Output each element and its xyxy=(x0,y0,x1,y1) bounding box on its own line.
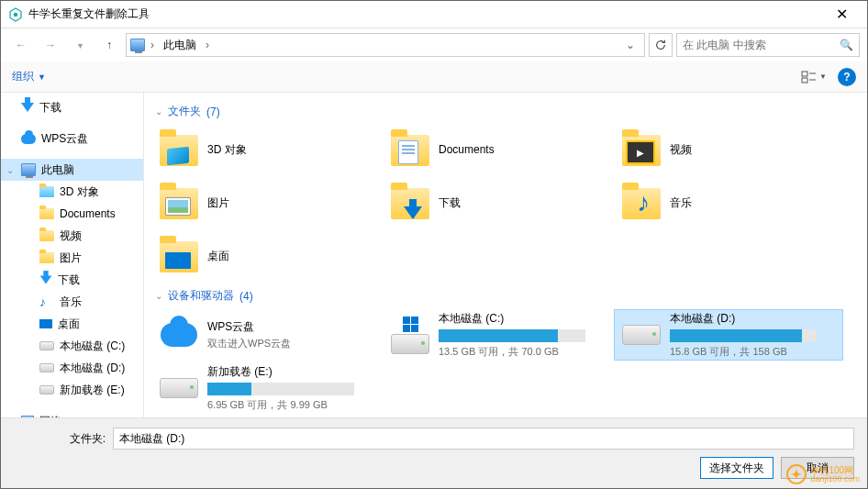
chevron-down-icon[interactable]: ⌄ xyxy=(6,165,14,175)
close-button[interactable]: ✕ xyxy=(823,2,860,28)
device-item-wps[interactable]: WPS云盘双击进入WPS云盘 xyxy=(151,309,381,361)
folder-icon xyxy=(39,230,54,241)
chevron-right-icon[interactable]: › xyxy=(149,39,156,51)
sidebar-item-videos[interactable]: 视频 xyxy=(1,225,143,247)
sidebar-item-desktop[interactable]: 桌面 xyxy=(1,313,143,335)
view-icons-button[interactable]: ▼ xyxy=(799,66,829,88)
folder-icon xyxy=(39,186,54,197)
drive-icon xyxy=(160,378,198,398)
drive-icon xyxy=(39,363,54,372)
capacity-bar xyxy=(207,383,354,395)
device-item-drive-c[interactable]: 本地磁盘 (C:)13.5 GB 可用，共 70.0 GB xyxy=(383,309,612,361)
sidebar-item-drive-c[interactable]: 本地磁盘 (C:) xyxy=(1,335,143,357)
forward-button: → xyxy=(38,32,63,58)
folder-icon: ♪ xyxy=(622,188,661,219)
sidebar-item-documents[interactable]: Documents xyxy=(1,203,143,225)
sidebar-item-drive-e[interactable]: 新加载卷 (E:) xyxy=(1,379,143,401)
pc-icon xyxy=(130,39,145,51)
app-icon xyxy=(8,7,23,22)
folder-input[interactable] xyxy=(113,428,854,450)
device-item-drive-d[interactable]: 本地磁盘 (D:)15.8 GB 可用，共 158 GB xyxy=(614,309,843,361)
window-title: 牛学长重复文件删除工具 xyxy=(28,6,823,22)
folder-icon xyxy=(160,135,198,166)
folder-item-downloads[interactable]: 下载 xyxy=(383,178,612,229)
refresh-button[interactable] xyxy=(649,33,673,57)
pc-icon xyxy=(21,163,36,176)
select-folder-button[interactable]: 选择文件夹 xyxy=(700,457,773,479)
address-dropdown[interactable]: ⌄ xyxy=(620,39,640,51)
sidebar-item-wps[interactable]: WPS云盘 xyxy=(1,128,143,150)
organize-menu[interactable]: 组织 ▼ xyxy=(12,69,46,84)
chevron-right-icon[interactable]: › xyxy=(204,39,211,51)
capacity-bar xyxy=(439,329,585,342)
search-input[interactable] xyxy=(683,39,840,51)
group-header-folders[interactable]: ⌄ 文件夹 (7) xyxy=(151,98,860,125)
back-button: ← xyxy=(8,32,34,58)
sidebar: 下载 WPS云盘 ⌄ 此电脑 3D 对象 Documents 视频 图片 下载 … xyxy=(1,93,144,443)
title-bar: 牛学长重复文件删除工具 ✕ xyxy=(1,1,867,28)
recent-dropdown[interactable]: ▾ xyxy=(67,32,93,58)
sidebar-item-drive-d[interactable]: 本地磁盘 (D:) xyxy=(1,357,143,379)
sidebar-item-downloads[interactable]: 下载 xyxy=(1,96,143,118)
folder-icon xyxy=(391,135,429,166)
folder-icon xyxy=(160,188,198,219)
cloud-icon xyxy=(161,323,197,347)
svg-point-0 xyxy=(14,12,17,16)
folder-icon xyxy=(391,188,429,219)
file-list: ⌄ 文件夹 (7) 3D 对象 Documents 视频 图片 下载 ♪音乐 桌… xyxy=(144,93,867,443)
folder-item-music[interactable]: ♪音乐 xyxy=(614,178,843,229)
folder-icon xyxy=(622,135,661,166)
cloud-icon xyxy=(21,134,36,144)
folder-icon xyxy=(39,252,54,263)
search-box[interactable]: 🔍 xyxy=(676,33,860,57)
desktop-icon xyxy=(39,319,52,328)
sidebar-item-music[interactable]: ♪音乐 xyxy=(1,291,143,313)
folder-icon xyxy=(160,241,198,272)
capacity-bar xyxy=(670,329,817,342)
music-icon: ♪ xyxy=(39,295,54,309)
windows-icon xyxy=(403,317,418,332)
group-header-devices[interactable]: ⌄ 设备和驱动器 (4) xyxy=(151,283,860,309)
device-item-drive-e[interactable]: 新加载卷 (E:)6.95 GB 可用，共 9.99 GB xyxy=(151,362,381,414)
toolbar: 组织 ▼ ▼ ? xyxy=(1,61,867,93)
chevron-down-icon: ⌄ xyxy=(155,106,162,117)
navigation-bar: ← → ▾ ↑ › 此电脑 › ⌄ 🔍 xyxy=(1,28,867,61)
chevron-down-icon: ▼ xyxy=(819,72,827,81)
address-bar[interactable]: › 此电脑 › ⌄ xyxy=(126,33,645,57)
svg-rect-1 xyxy=(802,72,807,76)
folder-item-documents[interactable]: Documents xyxy=(383,125,612,176)
sidebar-item-3d[interactable]: 3D 对象 xyxy=(1,181,143,203)
sidebar-item-pictures[interactable]: 图片 xyxy=(1,247,143,269)
folder-item-3d[interactable]: 3D 对象 xyxy=(151,125,381,176)
folder-icon xyxy=(39,208,54,219)
download-icon xyxy=(21,103,34,112)
folder-label: 文件夹: xyxy=(14,431,106,447)
up-button[interactable]: ↑ xyxy=(96,32,122,58)
help-button[interactable]: ? xyxy=(838,68,856,86)
folder-item-videos[interactable]: 视频 xyxy=(614,125,843,176)
svg-rect-2 xyxy=(802,78,807,83)
search-icon: 🔍 xyxy=(840,39,853,51)
cancel-button[interactable]: 取消 xyxy=(781,457,854,479)
sidebar-item-downloads-sub[interactable]: 下载 xyxy=(1,269,143,291)
folder-item-desktop[interactable]: 桌面 xyxy=(151,231,381,283)
drive-icon xyxy=(39,341,54,350)
drive-icon xyxy=(622,325,661,345)
sidebar-item-thispc[interactable]: ⌄ 此电脑 xyxy=(1,159,143,181)
folder-item-pictures[interactable]: 图片 xyxy=(151,178,381,229)
chevron-down-icon: ⌄ xyxy=(155,291,162,301)
chevron-down-icon: ▼ xyxy=(38,72,46,82)
breadcrumb-thispc[interactable]: 此电脑 xyxy=(160,36,200,55)
download-icon xyxy=(40,276,52,284)
drive-icon xyxy=(391,334,429,354)
drive-icon xyxy=(39,385,54,395)
bottom-panel: 文件夹: 选择文件夹 取消 xyxy=(1,417,867,488)
